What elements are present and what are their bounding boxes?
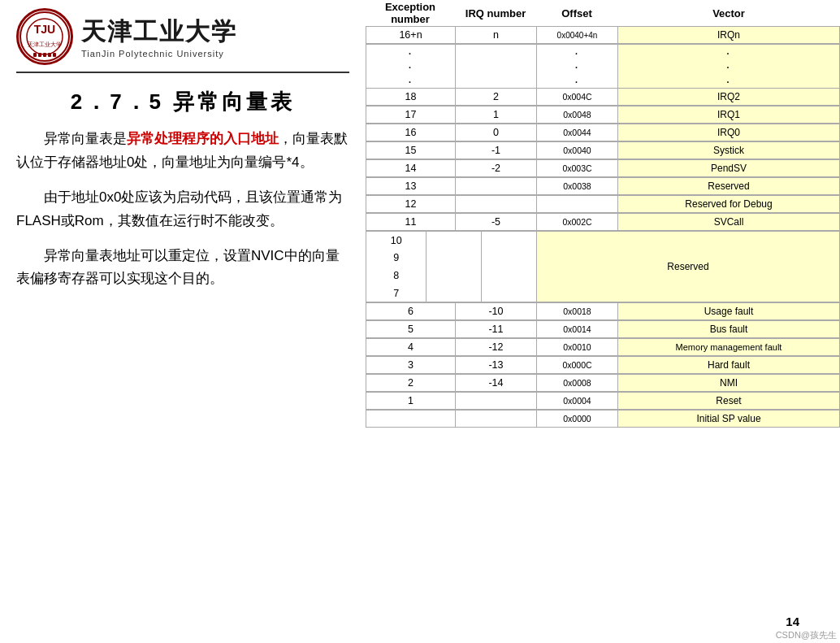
table-row: 10 9 8 7 (366, 231, 840, 302)
table-row: 12 Reserved for Debug (366, 195, 840, 213)
cell-vec-memory-fault: Memory management fault (617, 338, 840, 356)
university-logo: TJU 天津工业大学 (16, 8, 73, 65)
cell-irq (426, 231, 481, 249)
table-body: 16+n n 0x0040+4n IRQn · · · · · · · · · … (366, 26, 840, 428)
cell-irq: n (455, 26, 536, 44)
paragraph-2: 由于地址0x0处应该为启动代码，且该位置通常为FLASH或Rom，其数值在运行时… (16, 186, 349, 233)
cell-vec: Bus fault (617, 320, 840, 338)
cell-exc: 13 (366, 177, 455, 195)
cell-irq: -11 (455, 320, 536, 338)
cell-irq: 0 (455, 124, 536, 141)
cell-irq (455, 195, 536, 213)
cell-exc: 15 (366, 141, 455, 159)
cell-exc (366, 410, 455, 428)
table-row: 13 0x0038 Reserved (366, 177, 840, 195)
cell-off (536, 195, 617, 213)
cell-off (481, 267, 536, 285)
svg-text:天津工业大学: 天津工业大学 (28, 41, 62, 47)
cell-vec: Reset (617, 392, 840, 410)
cell-off: 0x002C (536, 213, 617, 231)
university-name-cn: 天津工业大学 (81, 15, 349, 49)
cell-off: 0x0040+4n (536, 26, 617, 44)
cell-irq: -2 (455, 159, 536, 177)
cell-exc: 14 (366, 159, 455, 177)
cell-irq: -1 (455, 141, 536, 159)
cell-off: 0x0000 (536, 410, 617, 428)
cell-off: 0x0008 (536, 374, 617, 392)
svg-text:TJU: TJU (34, 23, 55, 36)
red-text-1: 异常处理程序的入口地址 (127, 131, 279, 146)
page-number: 14 (786, 615, 799, 628)
cell-vec: Initial SP value (617, 410, 840, 428)
cell-off: 0x0038 (536, 177, 617, 195)
header-vector: Vector (617, 7, 840, 20)
table-row: 4 -12 0x0010 Memory management fault (366, 338, 840, 356)
cell-exc: 4 (366, 338, 455, 356)
cell-vec: IRQ0 (617, 124, 840, 141)
table-row: 3 -13 0x000C Hard fault (366, 356, 840, 374)
cell-off: 0x0010 (536, 338, 617, 356)
cell-off: 0x0004 (536, 392, 617, 410)
table-row: 18 2 0x004C IRQ2 (366, 88, 840, 106)
cell-exc: 6 (366, 302, 455, 320)
cell-vec: PendSV (617, 159, 840, 177)
header-exception-number: Exception number (366, 1, 455, 25)
header-irq-number: IRQ number (455, 7, 536, 20)
cell-off (481, 285, 536, 302)
cell-off: 0x0040 (536, 141, 617, 159)
table-row: 5 -11 0x0014 Bus fault (366, 320, 840, 338)
cell-exc: 7 (366, 285, 426, 302)
cell-vec: Reserved for Debug (617, 195, 840, 213)
cell-vec: Usage fault (617, 302, 840, 320)
svg-rect-8 (53, 53, 56, 57)
cell-exc: 16 (366, 124, 455, 141)
table-row: 16+n n 0x0040+4n IRQn (366, 26, 840, 44)
cell-irq: 1 (455, 106, 536, 124)
cell-exc: 10 (366, 231, 426, 249)
cell-off: 0x0018 (536, 302, 617, 320)
cell-irq (426, 249, 481, 267)
section-title: 2．7．5 异常向量表 (16, 88, 349, 116)
table-row: · · · (366, 73, 840, 88)
cell-irq: -5 (455, 213, 536, 231)
table-row: 16 0 0x0044 IRQ0 (366, 124, 840, 141)
cell-off (481, 249, 536, 267)
table-row: 6 -10 0x0018 Usage fault (366, 302, 840, 320)
cell-off: 0x0044 (536, 124, 617, 141)
cell-irq: -10 (455, 302, 536, 320)
svg-rect-7 (48, 53, 51, 57)
cell-exc: 1 (366, 392, 455, 410)
table-row: 2 -14 0x0008 NMI (366, 374, 840, 392)
cell-irq: -14 (455, 374, 536, 392)
cell-exc: 17 (366, 106, 455, 124)
cell-exc: 5 (366, 320, 455, 338)
svg-rect-6 (43, 53, 46, 57)
table-row: 14 -2 0x003C PendSV (366, 159, 840, 177)
cell-off: 0x004C (536, 88, 617, 106)
table-header: Exception number IRQ number Offset Vecto… (366, 0, 840, 26)
svg-rect-4 (33, 53, 37, 57)
cell-exc: 12 (366, 195, 455, 213)
cell-irq (455, 392, 536, 410)
cell-irq (426, 285, 481, 302)
cell-irq: -12 (455, 338, 536, 356)
cell-vec: IRQ1 (617, 106, 840, 124)
paragraph-3: 异常向量表地址可以重定位，设置NVIC中的向量表偏移寄存器可以实现这个目的。 (16, 245, 349, 292)
table-row: · · · (366, 44, 840, 59)
cell-vec: IRQ2 (617, 88, 840, 106)
cell-exc: 3 (366, 356, 455, 374)
table-row: 17 1 0x0048 IRQ1 (366, 106, 840, 124)
svg-rect-5 (38, 53, 41, 57)
cell-irq: 2 (455, 88, 536, 106)
table-row: 1 0x0004 Reset (366, 392, 840, 410)
paragraph-1: 异常向量表是异常处理程序的入口地址，向量表默认位于存储器地址0处，向量地址为向量… (16, 128, 349, 175)
cell-irq (426, 267, 481, 285)
header-offset: Offset (536, 7, 617, 20)
cell-exc: 16+n (366, 26, 455, 44)
watermark: CSDN@孩先生 (773, 628, 840, 643)
cell-off: 0x0014 (536, 320, 617, 338)
cell-vec: Systick (617, 141, 840, 159)
cell-off: 0x0048 (536, 106, 617, 124)
university-name-en: TianJin Polytechnic University (81, 49, 349, 59)
table-row: · · · (366, 59, 840, 73)
